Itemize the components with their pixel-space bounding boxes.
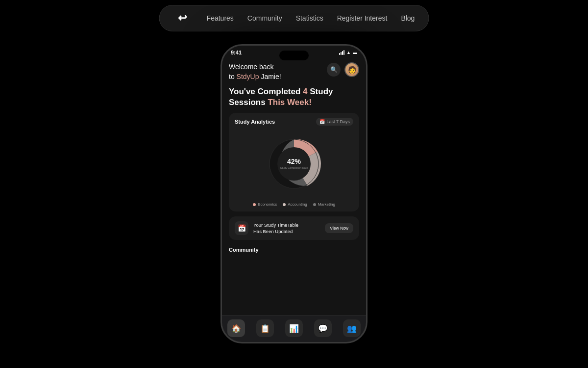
phone-inner: 9:41 ▲ ▬ Welcome back: [222, 46, 366, 342]
accounting-dot: [283, 203, 286, 206]
community-section: Community: [229, 245, 359, 255]
nav-community[interactable]: Community: [247, 14, 282, 22]
wifi-icon: ▲: [346, 50, 351, 55]
welcome-icons: 🔍 🧑: [327, 62, 359, 77]
marketing-dot: [313, 203, 316, 206]
analytics-card: Study Analytics 📅 Last 7 Days: [229, 113, 359, 211]
navigation-bar: ↩ Features Community Statistics Register…: [159, 5, 429, 31]
completed-text: You've Completed 4 Study Sessions This W…: [229, 86, 359, 108]
donut-chart: 42% Study Completion Rate: [235, 130, 353, 198]
timetable-text: Your Study TimeTableHas Been Updated: [253, 222, 320, 235]
nav-blog[interactable]: Blog: [401, 14, 415, 22]
chart-legend: Economics Accounting Marketing: [235, 202, 353, 207]
phone-outer: 9:41 ▲ ▬ Welcome back: [220, 44, 368, 343]
search-button[interactable]: 🔍: [327, 63, 341, 77]
screen-content: Welcome back to StdyUp Jamie! 🔍 🧑 You've…: [222, 57, 366, 315]
welcome-line2: to StdyUp Jamie!: [229, 72, 281, 82]
card-title: Study Analytics: [235, 119, 275, 125]
time-filter[interactable]: 📅 Last 7 Days: [316, 118, 353, 126]
status-icons: ▲ ▬: [339, 50, 357, 55]
view-now-button[interactable]: View Now: [325, 223, 353, 233]
svg-text:42%: 42%: [287, 158, 301, 165]
donut-svg: 42% Study Completion Rate: [260, 130, 328, 198]
bottom-nav: 🏠 📋 📊 💬 👥: [222, 315, 366, 342]
nav-statistics[interactable]: Statistics: [296, 14, 323, 22]
bottom-nav-home[interactable]: 🏠: [227, 319, 245, 337]
phone-mockup: 9:41 ▲ ▬ Welcome back: [220, 44, 368, 343]
svg-text:Study Completion Rate: Study Completion Rate: [280, 167, 308, 170]
nav-register[interactable]: Register Interest: [337, 14, 388, 22]
legend-marketing: Marketing: [313, 202, 335, 207]
bottom-nav-chat[interactable]: 💬: [314, 319, 332, 337]
bottom-nav-notes[interactable]: 📋: [256, 319, 274, 337]
dynamic-island: [279, 51, 309, 60]
welcome-line1: Welcome back: [229, 62, 281, 72]
card-header: Study Analytics 📅 Last 7 Days: [235, 118, 353, 126]
nav-links: Features Community Statistics Register I…: [207, 14, 415, 23]
legend-economics: Economics: [253, 202, 277, 207]
welcome-section: Welcome back to StdyUp Jamie! 🔍 🧑: [229, 57, 359, 84]
nav-features[interactable]: Features: [207, 14, 234, 22]
signal-icon: [339, 50, 344, 55]
legend-accounting: Accounting: [283, 202, 307, 207]
bottom-nav-people[interactable]: 👥: [343, 319, 361, 337]
community-title: Community: [229, 247, 359, 253]
status-time: 9:41: [231, 50, 242, 55]
timetable-card: 📅 Your Study TimeTableHas Been Updated V…: [229, 216, 359, 240]
user-avatar[interactable]: 🧑: [344, 62, 359, 77]
battery-icon: ▬: [353, 50, 357, 55]
economics-dot: [253, 203, 256, 206]
bottom-nav-stats[interactable]: 📊: [285, 319, 303, 337]
welcome-text: Welcome back to StdyUp Jamie!: [229, 62, 281, 81]
logo[interactable]: ↩: [173, 9, 191, 27]
timetable-icon: 📅: [235, 221, 248, 235]
completed-banner: You've Completed 4 Study Sessions This W…: [229, 84, 359, 113]
